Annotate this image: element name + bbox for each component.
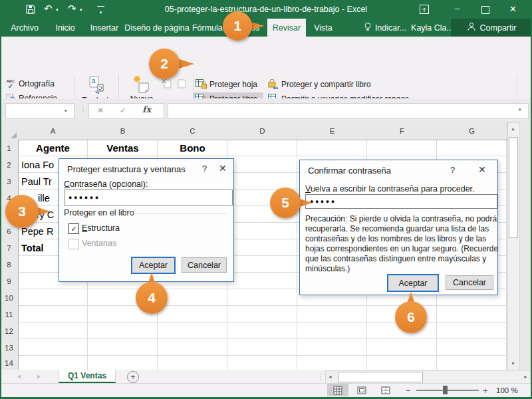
redo-icon[interactable]: ↷ <box>68 3 76 14</box>
undo-dropdown-icon[interactable]: ▾ <box>56 7 59 13</box>
delete-comment-icon[interactable] <box>161 78 172 92</box>
aceptar-button[interactable]: Aceptar <box>387 274 439 292</box>
save-icon[interactable] <box>25 4 36 17</box>
row-header-13[interactable]: 13 <box>0 339 19 356</box>
ribbon-display-options-icon[interactable] <box>419 4 430 17</box>
row-header-9[interactable]: 9 <box>0 273 19 290</box>
dialog-help-icon[interactable]: ? <box>202 164 207 174</box>
estructura-checkbox[interactable]: ✓ <box>68 223 79 234</box>
tell-me-box[interactable]: Indicar... <box>358 19 412 37</box>
minimize-button[interactable]: – <box>455 3 460 14</box>
sheet-tab-bar: ◄ ► Q1 Ventas + ⋮ ◄ ► <box>0 370 532 383</box>
title-bar: ↶ ▾ ↷ ▾ ▾ 05-proteger-la-estructura-de-u… <box>0 0 532 19</box>
cell-a3[interactable]: Paul Tr <box>21 173 52 190</box>
normal-view-button[interactable] <box>327 384 348 396</box>
page-layout-view-button[interactable] <box>351 384 372 396</box>
dialog-title: Proteger estructura y ventanas <box>67 164 186 174</box>
formula-bar-divider-dots[interactable]: ⋮ <box>79 104 87 114</box>
column-header-e[interactable]: E <box>297 122 368 140</box>
previous-comment-icon[interactable] <box>176 78 187 92</box>
maximize-button[interactable] <box>481 6 489 14</box>
scroll-left-icon[interactable]: ◄ <box>328 374 332 379</box>
ortografia-label: Ortografía <box>19 79 55 88</box>
reenter-password-label: Vuelva a escribir la contraseña para pro… <box>305 184 475 194</box>
confirm-password-input[interactable]: ●●●●● <box>305 194 497 209</box>
dialog-help-icon[interactable]: ? <box>450 165 455 175</box>
row-header-2[interactable]: 2 <box>0 156 19 174</box>
sheet-nav-right-icon[interactable]: ► <box>36 373 42 380</box>
column-header-c[interactable]: C <box>158 122 228 140</box>
cell-c1[interactable]: Bono <box>158 140 227 156</box>
cancelar-button[interactable]: Cancelar <box>446 275 493 290</box>
cancel-entry-icon[interactable]: ✕ <box>97 106 104 115</box>
proteger-hoja-button[interactable]: Proteger hoja <box>196 78 257 91</box>
cell-b1[interactable]: Ventas <box>88 140 158 156</box>
zoom-level[interactable]: 100 % <box>496 386 518 394</box>
tab-inicio[interactable]: Inicio <box>49 19 81 37</box>
callout-4: 4 <box>136 282 168 314</box>
formula-bar-expand-icon[interactable]: ▾ <box>519 107 521 112</box>
zoom-in-button[interactable]: + <box>483 386 488 396</box>
scroll-down-icon[interactable]: ▼ <box>511 361 515 366</box>
password-label: Contraseña (opcional): <box>64 180 148 189</box>
aceptar-button[interactable]: Aceptar <box>131 257 176 274</box>
protect-section-label: Proteger en el libro <box>64 208 134 217</box>
column-header-a[interactable]: A <box>18 122 88 140</box>
redo-dropdown-icon[interactable]: ▾ <box>80 7 82 13</box>
cell-a1[interactable]: Agente <box>18 140 88 156</box>
account-name[interactable]: Kayla Cla... <box>412 19 452 37</box>
cell-a7[interactable]: Total <box>21 239 44 256</box>
sheet-nav-left-icon[interactable]: ◄ <box>16 373 22 380</box>
zoom-out-button[interactable]: − <box>406 386 411 396</box>
proteger-y-compartir-button[interactable]: Proteger y compartir libro <box>267 78 371 91</box>
page-break-view-button[interactable] <box>375 384 396 396</box>
tab-revisar[interactable]: Revisar <box>267 19 306 37</box>
close-button[interactable]: ✕ <box>509 4 517 15</box>
row-header-8[interactable]: 8 <box>0 256 19 273</box>
undo-icon[interactable]: ↶ <box>44 3 53 14</box>
row-header-11[interactable]: 11 <box>0 306 19 323</box>
row-header-3[interactable]: 3 <box>0 173 19 190</box>
zoom-slider-track[interactable] <box>416 390 479 391</box>
share-button[interactable]: Compartir <box>451 19 532 37</box>
tab-archivo[interactable]: Archivo <box>4 19 45 37</box>
normal-view-icon <box>333 386 342 395</box>
row-header-10[interactable]: 10 <box>0 289 19 307</box>
tab-diseno-de-pagina[interactable]: Diseño de página <box>126 19 188 37</box>
cell-a2[interactable]: Iona Fo <box>21 156 54 173</box>
cell-a4[interactable]: ille <box>38 190 50 206</box>
formula-input[interactable] <box>168 103 529 119</box>
column-header-f[interactable]: F <box>367 122 438 140</box>
ribbon: ABC ✓ Ortografía Referencia Sinónimos Re… <box>0 37 532 99</box>
sheet-tab-q1-ventas[interactable]: Q1 Ventas <box>59 370 116 383</box>
vertical-scrollbar-thumb[interactable] <box>509 137 518 238</box>
tab-insertar[interactable]: Insertar <box>85 19 124 37</box>
dialog-close-icon[interactable]: ✕ <box>478 164 486 175</box>
select-all-corner[interactable] <box>0 122 19 140</box>
horizontal-scrollbar-thumb[interactable] <box>338 372 423 382</box>
enter-entry-icon[interactable]: ✓ <box>120 106 126 115</box>
row-header-7[interactable]: 7 <box>0 239 19 257</box>
spelling-icon: ABC ✓ <box>5 79 16 89</box>
column-header-g[interactable]: G <box>437 122 507 140</box>
new-sheet-button[interactable]: + <box>127 371 139 383</box>
excel-window: ↶ ▾ ↷ ▾ ▾ 05-proteger-la-estructura-de-u… <box>0 0 532 399</box>
scroll-up-icon[interactable]: ▲ <box>511 126 515 131</box>
row-header-1[interactable]: 1 <box>0 140 19 157</box>
zoom-slider-handle[interactable] <box>443 386 448 394</box>
tab-vista[interactable]: Vista <box>309 19 338 37</box>
ventanas-checkbox[interactable] <box>68 239 79 249</box>
row-header-12[interactable]: 12 <box>0 323 19 340</box>
caution-line-1: Precaución: Si pierde u olvida la contra… <box>305 214 497 224</box>
scroll-right-icon[interactable]: ► <box>523 374 528 379</box>
name-box-dropdown-icon[interactable]: ▾ <box>65 108 67 114</box>
row-header-14[interactable]: 14 <box>0 356 19 370</box>
tab-scrollbar-divider-dots[interactable]: ⋮ <box>317 372 325 381</box>
password-input[interactable]: ●●●●●● <box>64 190 233 205</box>
column-header-d[interactable]: D <box>227 122 298 140</box>
insert-function-icon[interactable]: fx <box>142 104 151 114</box>
column-header-b[interactable]: B <box>88 122 158 140</box>
dialog-close-icon[interactable]: ✕ <box>219 163 227 174</box>
cancelar-button[interactable]: Cancelar <box>182 257 227 273</box>
ortografia-button[interactable]: ABC ✓ Ortografía <box>5 77 55 90</box>
